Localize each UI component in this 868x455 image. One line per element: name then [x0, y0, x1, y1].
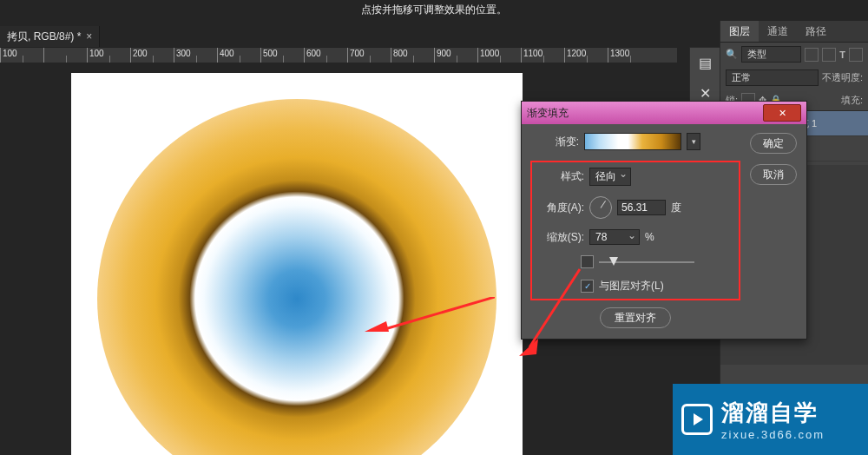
- align-label: 与图层对齐(L): [599, 279, 664, 293]
- style-label: 样式:: [536, 169, 584, 184]
- tab-channels[interactable]: 通道: [759, 21, 797, 42]
- dialog-title: 渐变填充: [527, 106, 569, 121]
- reverse-checkbox[interactable]: [581, 255, 594, 268]
- gradient-dropdown-icon[interactable]: ▾: [687, 133, 700, 150]
- ruler-tick: 600: [304, 48, 347, 63]
- filter-adjust-icon[interactable]: [822, 48, 836, 62]
- blend-mode-select[interactable]: 正常: [726, 69, 819, 86]
- align-checkbox[interactable]: ✓: [581, 280, 594, 293]
- ruler-tick: 1100: [521, 48, 564, 63]
- artboard[interactable]: [71, 73, 523, 455]
- scale-label: 缩放(S):: [536, 230, 584, 245]
- ruler-tick: 900: [434, 48, 477, 63]
- history-icon[interactable]: ▤: [699, 55, 712, 71]
- document-tab-label: 拷贝, RGB/8#) *: [7, 30, 81, 44]
- document-tab[interactable]: 拷贝, RGB/8#) * ×: [0, 26, 100, 47]
- dialog-titlebar[interactable]: 渐变填充 ✕: [522, 102, 806, 124]
- ruler-tick: 1000: [477, 48, 521, 63]
- dialog-close-button[interactable]: ✕: [763, 104, 801, 122]
- angle-label: 角度(A):: [536, 201, 584, 215]
- ruler-horizontal: 1001002003004005006007008009001000110012…: [0, 47, 677, 64]
- angle-unit: 度: [671, 201, 681, 215]
- angle-input[interactable]: 56.31: [617, 200, 666, 215]
- layer-kind-filter[interactable]: 类型: [741, 46, 801, 63]
- tab-layers[interactable]: 图层: [720, 21, 759, 42]
- gradient-fill-dialog: 渐变填充 ✕ 渐变: ▾ 样式: 径向 角度(A): 56.31 度: [521, 101, 807, 340]
- style-select[interactable]: 径向: [589, 168, 631, 186]
- panel-tabs: 图层 通道 路径: [720, 21, 868, 43]
- gradient-preview[interactable]: [584, 133, 681, 150]
- ruler-tick: 100: [0, 48, 43, 63]
- opacity-label: 不透明度:: [822, 71, 863, 84]
- scale-unit: %: [645, 231, 654, 243]
- tab-paths[interactable]: 路径: [797, 21, 835, 42]
- angle-dial[interactable]: [589, 196, 612, 219]
- dither-slider[interactable]: [599, 256, 694, 268]
- filter-shape-icon[interactable]: [849, 48, 863, 62]
- ruler-tick: 700: [347, 48, 391, 63]
- slider-thumb-icon[interactable]: [609, 257, 618, 266]
- ruler-tick: 1200: [564, 48, 608, 63]
- play-icon: [681, 404, 713, 435]
- tools-icon[interactable]: ✕: [700, 85, 711, 102]
- ruler-tick: 300: [174, 48, 217, 63]
- ruler-tick: 400: [217, 48, 260, 63]
- filter-pixel-icon[interactable]: [805, 48, 819, 62]
- ruler-tick: 200: [130, 48, 174, 63]
- ruler-tick: 500: [260, 48, 304, 63]
- filter-type-icon[interactable]: T: [839, 49, 845, 60]
- ruler-tick: [43, 48, 87, 63]
- scale-input[interactable]: 78: [589, 229, 640, 245]
- ruler-tick: 800: [391, 48, 434, 63]
- watermark-url: zixue.3d66.com: [721, 428, 825, 441]
- gradient-fill-preview: [97, 99, 496, 455]
- watermark-brand: 溜溜自学: [721, 398, 825, 428]
- reset-align-button[interactable]: 重置对齐: [600, 307, 671, 328]
- ruler-tick: 1300: [608, 48, 651, 63]
- document-tab-close-icon[interactable]: ×: [86, 30, 92, 43]
- gradient-label: 渐变:: [530, 135, 579, 149]
- ok-button[interactable]: 确定: [750, 133, 797, 154]
- fill-label: 填充:: [841, 94, 863, 107]
- ruler-tick: 100: [87, 48, 130, 63]
- watermark: 溜溜自学 zixue.3d66.com: [673, 384, 868, 455]
- search-icon: 🔍: [726, 49, 738, 60]
- cancel-button[interactable]: 取消: [750, 164, 797, 185]
- annotation-highlight-box: 样式: 径向 角度(A): 56.31 度 缩放(S): 78 %: [530, 161, 740, 300]
- canvas-hint: 点按并拖移可调整效果的位置。: [0, 3, 868, 17]
